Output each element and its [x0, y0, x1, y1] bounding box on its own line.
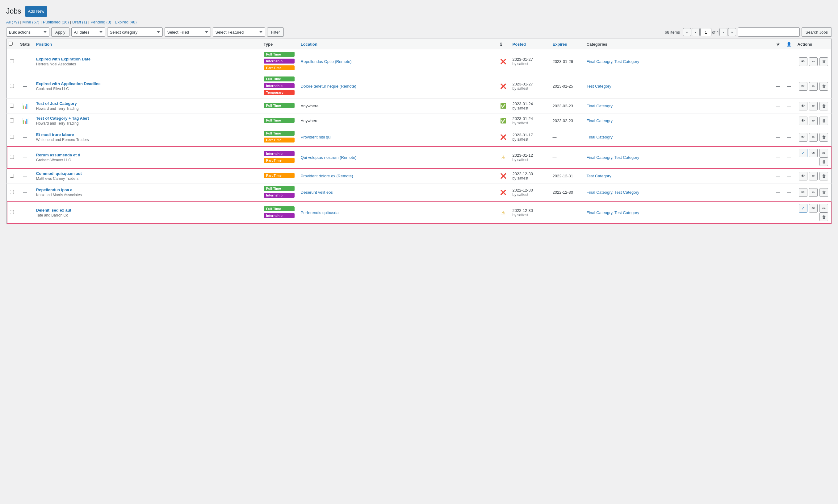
job-title-link[interactable]: Expired with Expiration Date: [36, 57, 90, 61]
edit-button[interactable]: ✏: [820, 204, 828, 213]
row-checkbox[interactable]: [10, 155, 14, 159]
location-link[interactable]: Repellendus Optio (Remote): [301, 59, 352, 64]
stats-cell: —: [17, 74, 33, 99]
delete-button[interactable]: 🗑: [820, 57, 828, 66]
tab-pending[interactable]: Pending (3): [90, 20, 111, 24]
row-checkbox[interactable]: [10, 104, 14, 108]
next-page-button[interactable]: ›: [719, 28, 728, 36]
info-cell: ⚠: [497, 146, 510, 169]
job-title-link[interactable]: Deleniti sed ex aut: [36, 208, 71, 213]
delete-button[interactable]: 🗑: [820, 102, 828, 110]
view-button[interactable]: 👁: [799, 116, 807, 125]
category-link[interactable]: Test Category: [587, 84, 611, 89]
category-link[interactable]: Final Cateogry: [587, 104, 613, 108]
view-button[interactable]: 👁: [809, 149, 818, 157]
view-button[interactable]: 👁: [799, 172, 807, 180]
location-link[interactable]: Provident dolore ex (Remote): [301, 174, 353, 178]
posted-date: 2023-01-24: [513, 102, 547, 106]
edit-button[interactable]: ✏: [820, 149, 828, 157]
row-checkbox[interactable]: [10, 210, 14, 214]
location-link[interactable]: Qui voluptas nostrum (Remote): [301, 155, 357, 160]
table-row: — Expired with Expiration Date Herrera N…: [7, 49, 832, 74]
edit-button[interactable]: ✏: [809, 172, 818, 180]
category-link[interactable]: Final Cateogry, Test Category: [587, 190, 639, 195]
row-checkbox[interactable]: [10, 59, 14, 63]
edit-button[interactable]: ✏: [809, 102, 818, 110]
bulk-actions-select[interactable]: Bulk actions: [6, 28, 49, 37]
info-cell: ✅: [497, 113, 510, 128]
job-title-link[interactable]: Commodi quisquam aut: [36, 171, 82, 176]
posted-by: by sattest: [513, 213, 547, 217]
category-link[interactable]: Final Cateogry: [587, 119, 613, 123]
col-header-type: Type: [261, 39, 298, 49]
view-button[interactable]: 👁: [799, 102, 807, 110]
edit-button[interactable]: ✏: [809, 188, 818, 197]
view-button[interactable]: 👁: [799, 82, 807, 91]
category-link[interactable]: Test Category: [587, 174, 611, 178]
prev-page-button[interactable]: ‹: [691, 28, 700, 36]
delete-button[interactable]: 🗑: [820, 116, 828, 125]
confirm-button[interactable]: ✓: [799, 149, 807, 157]
delete-button[interactable]: 🗑: [820, 188, 828, 197]
view-button[interactable]: 👁: [809, 204, 818, 213]
location-link[interactable]: Perferendis quibusda: [301, 210, 339, 215]
owner-cell: —: [783, 201, 794, 224]
select-category-select[interactable]: Select category: [107, 28, 163, 37]
location-link[interactable]: Deserunt velit eos: [301, 190, 333, 195]
last-page-button[interactable]: »: [728, 28, 736, 36]
tab-expired[interactable]: Expired (48): [115, 20, 137, 24]
view-button[interactable]: 👁: [799, 188, 807, 197]
category-link[interactable]: Final Cateogry: [587, 135, 613, 140]
all-dates-select[interactable]: All dates: [71, 28, 105, 37]
apply-button[interactable]: Apply: [51, 28, 69, 37]
current-page-input[interactable]: [700, 28, 712, 36]
delete-button[interactable]: 🗑: [820, 133, 828, 142]
edit-button[interactable]: ✏: [809, 116, 818, 125]
edit-button[interactable]: ✏: [809, 82, 818, 91]
job-title-link[interactable]: Expired with Application Deadline: [36, 82, 101, 86]
location-link[interactable]: Dolore tenetur neque (Remote): [301, 84, 356, 89]
delete-button[interactable]: 🗑: [820, 213, 828, 221]
edit-icon: ✏: [812, 119, 815, 123]
select-all-checkbox[interactable]: [8, 42, 13, 46]
edit-icon: ✏: [812, 174, 815, 178]
search-jobs-button[interactable]: Search Jobs: [802, 28, 832, 37]
add-new-button[interactable]: Add New: [25, 6, 48, 17]
tab-draft[interactable]: Draft (1): [72, 20, 87, 24]
category-link[interactable]: Final Cateogry, Test Category: [587, 155, 639, 160]
delete-button[interactable]: 🗑: [820, 157, 828, 166]
job-title-link[interactable]: Rerum assumenda et d: [36, 153, 80, 157]
first-page-button[interactable]: «: [683, 28, 691, 36]
edit-button[interactable]: ✏: [809, 133, 818, 142]
row-checkbox[interactable]: [10, 174, 14, 178]
search-input[interactable]: [738, 28, 800, 37]
row-checkbox[interactable]: [10, 135, 14, 139]
filter-button[interactable]: Filter: [267, 28, 284, 37]
view-button[interactable]: 👁: [799, 133, 807, 142]
delete-button[interactable]: 🗑: [820, 172, 828, 180]
row-checkbox[interactable]: [10, 190, 14, 194]
edit-button[interactable]: ✏: [809, 57, 818, 66]
categories-cell: Test Category: [584, 74, 773, 99]
job-title-link[interactable]: Repellendus Ipsa a: [36, 187, 72, 192]
job-title-link[interactable]: Test of Category + Tag Alert: [36, 116, 89, 121]
row-checkbox[interactable]: [10, 84, 14, 88]
location-link[interactable]: Provident nisi qui: [301, 135, 331, 140]
position-cell: Deleniti sed ex aut Tate and Barron Co: [33, 201, 261, 224]
tab-published[interactable]: Published (16): [43, 20, 69, 24]
job-title-link[interactable]: Test of Just Category: [36, 101, 77, 106]
tab-all[interactable]: All (79): [6, 20, 19, 24]
view-button[interactable]: 👁: [799, 57, 807, 66]
type-cell: Full TimeInternshipPart Time: [261, 49, 298, 74]
expires-cell: —: [550, 146, 584, 169]
posted-date: 2023-01-27: [513, 82, 547, 86]
category-link[interactable]: Final Cateogry, Test Category: [587, 59, 639, 64]
select-filled-select[interactable]: Select Filled: [165, 28, 211, 37]
confirm-button[interactable]: ✓: [799, 204, 807, 213]
select-featured-select[interactable]: Select Featured: [213, 28, 265, 37]
delete-button[interactable]: 🗑: [820, 82, 828, 91]
row-checkbox[interactable]: [10, 119, 14, 123]
job-title-link[interactable]: Et modi irure labore: [36, 132, 74, 137]
tab-mine[interactable]: Mine (67): [22, 20, 39, 24]
category-link[interactable]: Final Cateogry, Test Category: [587, 210, 639, 215]
